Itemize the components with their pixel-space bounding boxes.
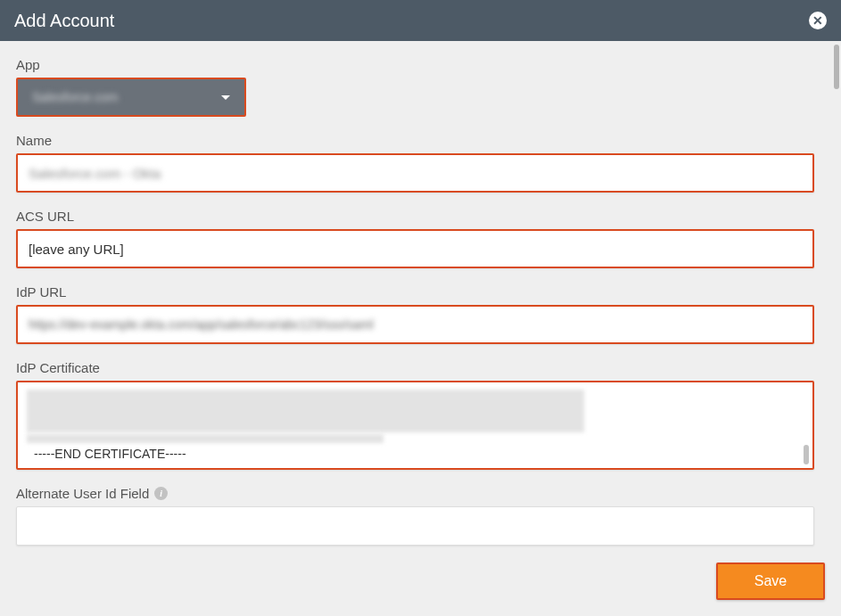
acs-url-label: ACS URL <box>16 209 825 224</box>
save-button[interactable]: Save <box>716 563 825 600</box>
chevron-down-icon <box>221 95 230 100</box>
alt-user-id-label: Alternate User Id Field i <box>16 486 825 501</box>
cert-end-marker: -----END CERTIFICATE----- <box>27 447 804 461</box>
field-app: App Salesforce.com <box>16 57 825 117</box>
idp-url-value: https://dev-example.okta.com/app/salesfo… <box>29 317 374 332</box>
textarea-scrollbar[interactable] <box>804 445 809 464</box>
idp-url-input[interactable]: https://dev-example.okta.com/app/salesfo… <box>16 305 814 344</box>
idp-cert-label: IdP Certificate <box>16 360 825 375</box>
field-alt-user-id: Alternate User Id Field i <box>16 486 825 546</box>
idp-url-label: IdP URL <box>16 284 825 300</box>
idp-cert-textarea[interactable]: -----END CERTIFICATE----- <box>16 381 814 470</box>
modal-title: Add Account <box>14 11 114 31</box>
name-label: Name <box>16 133 825 148</box>
add-account-modal: Add Account ✕ App Salesforce.com Name Sa… <box>0 0 841 616</box>
scrollbar[interactable] <box>834 45 839 89</box>
cert-redacted-line <box>27 434 383 443</box>
acs-url-input[interactable]: [leave any URL] <box>16 229 814 268</box>
field-acs-url: ACS URL [leave any URL] <box>16 209 825 268</box>
alt-user-id-input[interactable] <box>16 506 814 546</box>
cert-redacted-block <box>27 390 584 432</box>
name-value: Salesforce.com - Okta <box>29 166 161 181</box>
alt-user-id-label-text: Alternate User Id Field <box>16 486 149 501</box>
app-label: App <box>16 57 825 72</box>
app-select[interactable]: Salesforce.com <box>16 78 246 117</box>
close-button[interactable]: ✕ <box>809 12 827 29</box>
field-idp-url: IdP URL https://dev-example.okta.com/app… <box>16 284 825 344</box>
acs-url-value: [leave any URL] <box>29 242 124 257</box>
field-name: Name Salesforce.com - Okta <box>16 133 825 193</box>
name-input[interactable]: Salesforce.com - Okta <box>16 153 814 193</box>
app-selected-value: Salesforce.com <box>32 90 118 104</box>
info-icon[interactable]: i <box>154 487 168 500</box>
field-idp-cert: IdP Certificate -----END CERTIFICATE----… <box>16 360 825 470</box>
modal-header: Add Account ✕ <box>0 0 841 41</box>
modal-footer: Save <box>0 552 841 616</box>
modal-content: App Salesforce.com Name Salesforce.com -… <box>0 41 841 552</box>
close-icon: ✕ <box>812 13 823 28</box>
